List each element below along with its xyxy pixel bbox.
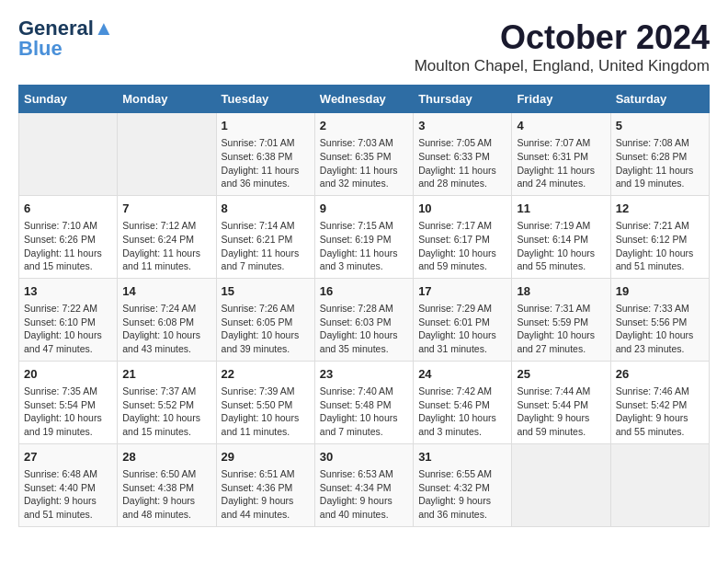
calendar-cell: 5Sunrise: 7:08 AM Sunset: 6:28 PM Daylig… <box>610 113 709 196</box>
calendar-cell: 6Sunrise: 7:10 AM Sunset: 6:26 PM Daylig… <box>19 195 118 278</box>
cell-content: Sunrise: 7:17 AM Sunset: 6:17 PM Dayligh… <box>418 219 506 273</box>
cell-content: Sunrise: 7:10 AM Sunset: 6:26 PM Dayligh… <box>24 219 112 273</box>
week-row-5: 27Sunrise: 6:48 AM Sunset: 4:40 PM Dayli… <box>19 443 710 526</box>
calendar-cell: 29Sunrise: 6:51 AM Sunset: 4:36 PM Dayli… <box>216 443 314 526</box>
cell-content: Sunrise: 7:35 AM Sunset: 5:54 PM Dayligh… <box>24 385 112 439</box>
header-monday: Monday <box>118 86 216 113</box>
day-number: 20 <box>24 366 112 383</box>
header-tuesday: Tuesday <box>216 86 314 113</box>
cell-content: Sunrise: 7:15 AM Sunset: 6:19 PM Dayligh… <box>320 219 408 273</box>
cell-content: Sunrise: 7:19 AM Sunset: 6:14 PM Dayligh… <box>517 219 605 273</box>
day-number: 22 <box>222 366 310 383</box>
cell-content: Sunrise: 7:33 AM Sunset: 5:56 PM Dayligh… <box>616 302 704 356</box>
calendar-cell: 18Sunrise: 7:31 AM Sunset: 5:59 PM Dayli… <box>512 278 610 361</box>
day-number: 14 <box>122 283 210 300</box>
day-number: 17 <box>418 283 506 300</box>
calendar-cell: 28Sunrise: 6:50 AM Sunset: 4:38 PM Dayli… <box>118 443 216 526</box>
calendar-cell: 9Sunrise: 7:15 AM Sunset: 6:19 PM Daylig… <box>314 195 413 278</box>
cell-content: Sunrise: 7:24 AM Sunset: 6:08 PM Dayligh… <box>122 302 210 356</box>
day-number: 29 <box>222 449 310 465</box>
cell-content: Sunrise: 6:51 AM Sunset: 4:36 PM Dayligh… <box>222 467 310 522</box>
cell-content: Sunrise: 6:48 AM Sunset: 4:40 PM Dayligh… <box>24 467 112 522</box>
calendar-cell: 7Sunrise: 7:12 AM Sunset: 6:24 PM Daylig… <box>118 195 216 278</box>
calendar-cell: 3Sunrise: 7:05 AM Sunset: 6:33 PM Daylig… <box>414 113 512 196</box>
day-number: 7 <box>122 201 210 217</box>
week-row-2: 6Sunrise: 7:10 AM Sunset: 6:26 PM Daylig… <box>19 195 710 278</box>
cell-content: Sunrise: 7:22 AM Sunset: 6:10 PM Dayligh… <box>24 302 112 356</box>
cell-content: Sunrise: 6:55 AM Sunset: 4:32 PM Dayligh… <box>418 467 506 522</box>
cell-content: Sunrise: 7:44 AM Sunset: 5:44 PM Dayligh… <box>517 385 605 439</box>
day-number: 2 <box>320 118 408 134</box>
logo: General▲ Blue <box>18 18 114 59</box>
week-row-4: 20Sunrise: 7:35 AM Sunset: 5:54 PM Dayli… <box>19 361 710 443</box>
day-number: 28 <box>122 449 210 465</box>
month-title: October 2024 <box>415 18 710 57</box>
calendar-cell: 13Sunrise: 7:22 AM Sunset: 6:10 PM Dayli… <box>19 278 118 361</box>
cell-content: Sunrise: 7:29 AM Sunset: 6:01 PM Dayligh… <box>418 302 506 356</box>
calendar-cell <box>610 443 709 526</box>
calendar-cell: 22Sunrise: 7:39 AM Sunset: 5:50 PM Dayli… <box>216 361 314 443</box>
day-number: 27 <box>24 449 112 465</box>
cell-content: Sunrise: 6:50 AM Sunset: 4:38 PM Dayligh… <box>122 467 210 522</box>
calendar-cell: 12Sunrise: 7:21 AM Sunset: 6:12 PM Dayli… <box>610 195 709 278</box>
header-sunday: Sunday <box>19 86 118 113</box>
day-number: 4 <box>517 118 605 134</box>
cell-content: Sunrise: 7:03 AM Sunset: 6:35 PM Dayligh… <box>320 136 408 190</box>
cell-content: Sunrise: 7:26 AM Sunset: 6:05 PM Dayligh… <box>222 302 310 356</box>
day-number: 26 <box>616 366 704 383</box>
calendar-cell: 31Sunrise: 6:55 AM Sunset: 4:32 PM Dayli… <box>414 443 512 526</box>
day-number: 18 <box>517 283 605 300</box>
calendar-cell: 30Sunrise: 6:53 AM Sunset: 4:34 PM Dayli… <box>314 443 413 526</box>
calendar-cell: 11Sunrise: 7:19 AM Sunset: 6:14 PM Dayli… <box>512 195 610 278</box>
calendar-cell: 20Sunrise: 7:35 AM Sunset: 5:54 PM Dayli… <box>19 361 118 443</box>
calendar-cell: 8Sunrise: 7:14 AM Sunset: 6:21 PM Daylig… <box>216 195 314 278</box>
calendar-cell <box>118 113 216 196</box>
header-saturday: Saturday <box>610 86 709 113</box>
calendar-cell: 23Sunrise: 7:40 AM Sunset: 5:48 PM Dayli… <box>314 361 413 443</box>
calendar-cell: 27Sunrise: 6:48 AM Sunset: 4:40 PM Dayli… <box>19 443 118 526</box>
cell-content: Sunrise: 7:12 AM Sunset: 6:24 PM Dayligh… <box>122 219 210 273</box>
day-number: 15 <box>222 283 310 300</box>
day-number: 5 <box>616 118 704 134</box>
location: Moulton Chapel, England, United Kingdom <box>415 57 710 75</box>
calendar-cell: 1Sunrise: 7:01 AM Sunset: 6:38 PM Daylig… <box>216 113 314 196</box>
week-row-1: 1Sunrise: 7:01 AM Sunset: 6:38 PM Daylig… <box>19 113 710 196</box>
day-number: 1 <box>222 118 310 134</box>
cell-content: Sunrise: 7:01 AM Sunset: 6:38 PM Dayligh… <box>222 136 310 190</box>
calendar-cell: 19Sunrise: 7:33 AM Sunset: 5:56 PM Dayli… <box>610 278 709 361</box>
page-header: General▲ Blue October 2024 Moulton Chape… <box>18 18 710 75</box>
cell-content: Sunrise: 7:08 AM Sunset: 6:28 PM Dayligh… <box>616 136 704 190</box>
cell-content: Sunrise: 7:05 AM Sunset: 6:33 PM Dayligh… <box>418 136 506 190</box>
cell-content: Sunrise: 7:37 AM Sunset: 5:52 PM Dayligh… <box>122 385 210 439</box>
calendar-cell: 26Sunrise: 7:46 AM Sunset: 5:42 PM Dayli… <box>610 361 709 443</box>
day-number: 25 <box>517 366 605 383</box>
cell-content: Sunrise: 7:39 AM Sunset: 5:50 PM Dayligh… <box>222 385 310 439</box>
day-number: 10 <box>418 201 506 217</box>
calendar-cell: 17Sunrise: 7:29 AM Sunset: 6:01 PM Dayli… <box>414 278 512 361</box>
calendar-cell: 15Sunrise: 7:26 AM Sunset: 6:05 PM Dayli… <box>216 278 314 361</box>
cell-content: Sunrise: 7:40 AM Sunset: 5:48 PM Dayligh… <box>320 385 408 439</box>
header-friday: Friday <box>512 86 610 113</box>
day-number: 3 <box>418 118 506 134</box>
days-header-row: SundayMondayTuesdayWednesdayThursdayFrid… <box>19 86 710 113</box>
calendar-table: SundayMondayTuesdayWednesdayThursdayFrid… <box>18 85 710 527</box>
cell-content: Sunrise: 7:14 AM Sunset: 6:21 PM Dayligh… <box>222 219 310 273</box>
day-number: 6 <box>24 201 112 217</box>
day-number: 12 <box>616 201 704 217</box>
calendar-cell: 21Sunrise: 7:37 AM Sunset: 5:52 PM Dayli… <box>118 361 216 443</box>
logo-blue: Blue <box>18 39 63 59</box>
header-wednesday: Wednesday <box>314 86 413 113</box>
cell-content: Sunrise: 7:42 AM Sunset: 5:46 PM Dayligh… <box>418 385 506 439</box>
day-number: 24 <box>418 366 506 383</box>
day-number: 30 <box>320 449 408 465</box>
day-number: 16 <box>320 283 408 300</box>
cell-content: Sunrise: 7:46 AM Sunset: 5:42 PM Dayligh… <box>616 385 704 439</box>
calendar-cell: 24Sunrise: 7:42 AM Sunset: 5:46 PM Dayli… <box>414 361 512 443</box>
calendar-cell: 10Sunrise: 7:17 AM Sunset: 6:17 PM Dayli… <box>414 195 512 278</box>
cell-content: Sunrise: 7:31 AM Sunset: 5:59 PM Dayligh… <box>517 302 605 356</box>
calendar-cell: 16Sunrise: 7:28 AM Sunset: 6:03 PM Dayli… <box>314 278 413 361</box>
calendar-cell: 25Sunrise: 7:44 AM Sunset: 5:44 PM Dayli… <box>512 361 610 443</box>
day-number: 31 <box>418 449 506 465</box>
title-section: October 2024 Moulton Chapel, England, Un… <box>415 18 710 75</box>
day-number: 21 <box>122 366 210 383</box>
